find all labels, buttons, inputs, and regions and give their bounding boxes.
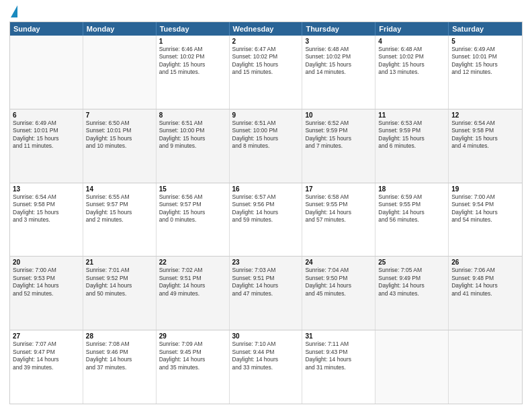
cell-info: Sunrise: 6:56 AM Sunset: 9:57 PM Dayligh… [159,193,226,224]
cell-info: Sunrise: 6:46 AM Sunset: 10:02 PM Daylig… [159,46,226,77]
header [9,7,523,17]
day-number: 9 [232,111,300,119]
calendar-cell: 19Sunrise: 7:00 AM Sunset: 9:54 PM Dayli… [449,183,522,257]
day-number: 22 [159,259,226,266]
day-number: 27 [13,332,80,340]
day-of-week-monday: Monday [83,22,157,36]
cell-info: Sunrise: 7:02 AM Sunset: 9:51 PM Dayligh… [159,267,226,298]
calendar-cell: 15Sunrise: 6:56 AM Sunset: 9:57 PM Dayli… [157,183,230,257]
cell-info: Sunrise: 7:11 AM Sunset: 9:43 PM Dayligh… [305,340,372,371]
day-number: 7 [86,111,153,119]
cell-info: Sunrise: 6:50 AM Sunset: 10:01 PM Daylig… [86,120,153,150]
calendar: SundayMondayTuesdayWednesdayThursdayFrid… [9,21,523,404]
page: SundayMondayTuesdayWednesdayThursdayFrid… [0,0,532,411]
calendar-cell: 25Sunrise: 7:05 AM Sunset: 9:49 PM Dayli… [375,257,449,330]
cell-info: Sunrise: 6:49 AM Sunset: 10:01 PM Daylig… [13,120,80,150]
cell-info: Sunrise: 7:09 AM Sunset: 9:45 PM Dayligh… [159,340,226,371]
day-number: 18 [378,185,445,193]
day-number: 16 [232,185,300,193]
day-number: 12 [451,111,519,119]
cell-info: Sunrise: 7:10 AM Sunset: 9:44 PM Dayligh… [232,340,300,371]
calendar-cell: 4Sunrise: 6:48 AM Sunset: 10:02 PM Dayli… [375,36,449,109]
calendar-cell: 12Sunrise: 6:54 AM Sunset: 9:58 PM Dayli… [449,109,522,183]
day-number: 26 [451,259,519,266]
calendar-cell: 13Sunrise: 6:54 AM Sunset: 9:58 PM Dayli… [10,183,83,257]
day-number: 25 [378,259,445,266]
calendar-cell [10,36,83,109]
day-number: 19 [451,185,519,193]
day-number: 13 [13,185,80,193]
calendar-cell: 11Sunrise: 6:53 AM Sunset: 9:59 PM Dayli… [375,109,449,183]
day-number: 24 [305,259,372,266]
day-number: 6 [13,111,80,119]
calendar-cell: 5Sunrise: 6:49 AM Sunset: 10:01 PM Dayli… [449,36,522,109]
cell-info: Sunrise: 7:01 AM Sunset: 9:52 PM Dayligh… [86,267,153,298]
calendar-cell [83,36,157,109]
cell-info: Sunrise: 6:48 AM Sunset: 10:02 PM Daylig… [305,46,372,77]
calendar-cell: 18Sunrise: 6:59 AM Sunset: 9:55 PM Dayli… [375,183,449,257]
cell-info: Sunrise: 6:54 AM Sunset: 9:58 PM Dayligh… [451,120,519,150]
cell-info: Sunrise: 7:07 AM Sunset: 9:47 PM Dayligh… [13,340,80,371]
calendar-cell: 20Sunrise: 7:00 AM Sunset: 9:53 PM Dayli… [10,257,83,330]
calendar-week-4: 20Sunrise: 7:00 AM Sunset: 9:53 PM Dayli… [10,257,522,330]
day-number: 31 [305,332,372,340]
logo-triangle-icon [11,5,17,17]
day-number: 17 [305,185,372,193]
calendar-cell: 22Sunrise: 7:02 AM Sunset: 9:51 PM Dayli… [157,257,230,330]
day-number: 15 [159,185,226,193]
cell-info: Sunrise: 6:59 AM Sunset: 9:55 PM Dayligh… [378,193,445,224]
calendar-body: 1Sunrise: 6:46 AM Sunset: 10:02 PM Dayli… [10,36,522,404]
cell-info: Sunrise: 6:47 AM Sunset: 10:02 PM Daylig… [232,46,300,77]
calendar-cell: 26Sunrise: 7:06 AM Sunset: 9:48 PM Dayli… [449,257,522,330]
calendar-cell: 3Sunrise: 6:48 AM Sunset: 10:02 PM Dayli… [302,36,375,109]
day-of-week-friday: Friday [375,22,449,36]
calendar-cell: 17Sunrise: 6:58 AM Sunset: 9:55 PM Dayli… [302,183,375,257]
calendar-cell: 28Sunrise: 7:08 AM Sunset: 9:46 PM Dayli… [83,330,157,404]
day-number: 11 [378,111,445,119]
cell-info: Sunrise: 7:06 AM Sunset: 9:48 PM Dayligh… [451,267,519,298]
cell-info: Sunrise: 7:05 AM Sunset: 9:49 PM Dayligh… [378,267,445,298]
calendar-cell: 30Sunrise: 7:10 AM Sunset: 9:44 PM Dayli… [230,330,303,404]
calendar-cell [375,330,449,404]
cell-info: Sunrise: 6:53 AM Sunset: 9:59 PM Dayligh… [378,120,445,150]
calendar-cell: 8Sunrise: 6:51 AM Sunset: 10:00 PM Dayli… [157,109,230,183]
logo [9,7,17,17]
calendar-cell: 7Sunrise: 6:50 AM Sunset: 10:01 PM Dayli… [83,109,157,183]
calendar-cell: 23Sunrise: 7:03 AM Sunset: 9:51 PM Dayli… [230,257,303,330]
cell-info: Sunrise: 6:58 AM Sunset: 9:55 PM Dayligh… [305,193,372,224]
calendar-cell: 21Sunrise: 7:01 AM Sunset: 9:52 PM Dayli… [83,257,157,330]
day-number: 28 [86,332,153,340]
day-number: 14 [86,185,153,193]
calendar-week-1: 1Sunrise: 6:46 AM Sunset: 10:02 PM Dayli… [10,36,522,109]
calendar-cell: 31Sunrise: 7:11 AM Sunset: 9:43 PM Dayli… [302,330,375,404]
day-number: 10 [305,111,372,119]
day-of-week-sunday: Sunday [10,22,83,36]
day-number: 4 [378,38,445,45]
calendar-cell: 27Sunrise: 7:07 AM Sunset: 9:47 PM Dayli… [10,330,83,404]
calendar-cell: 9Sunrise: 6:51 AM Sunset: 10:00 PM Dayli… [230,109,303,183]
calendar-week-5: 27Sunrise: 7:07 AM Sunset: 9:47 PM Dayli… [10,330,522,404]
day-number: 21 [86,259,153,266]
cell-info: Sunrise: 6:48 AM Sunset: 10:02 PM Daylig… [378,46,445,77]
day-number: 23 [232,259,300,266]
cell-info: Sunrise: 6:49 AM Sunset: 10:01 PM Daylig… [451,46,519,77]
day-number: 1 [159,38,226,45]
calendar-cell: 16Sunrise: 6:57 AM Sunset: 9:56 PM Dayli… [230,183,303,257]
calendar-week-2: 6Sunrise: 6:49 AM Sunset: 10:01 PM Dayli… [10,109,522,183]
cell-info: Sunrise: 7:03 AM Sunset: 9:51 PM Dayligh… [232,267,300,298]
cell-info: Sunrise: 6:51 AM Sunset: 10:00 PM Daylig… [232,120,300,150]
calendar-cell: 6Sunrise: 6:49 AM Sunset: 10:01 PM Dayli… [10,109,83,183]
day-number: 20 [13,259,80,266]
day-number: 29 [159,332,226,340]
calendar-cell: 10Sunrise: 6:52 AM Sunset: 9:59 PM Dayli… [302,109,375,183]
cell-info: Sunrise: 7:00 AM Sunset: 9:54 PM Dayligh… [451,193,519,224]
cell-info: Sunrise: 6:52 AM Sunset: 9:59 PM Dayligh… [305,120,372,150]
calendar-cell: 1Sunrise: 6:46 AM Sunset: 10:02 PM Dayli… [157,36,230,109]
calendar-cell: 24Sunrise: 7:04 AM Sunset: 9:50 PM Dayli… [302,257,375,330]
cell-info: Sunrise: 7:08 AM Sunset: 9:46 PM Dayligh… [86,340,153,371]
day-of-week-saturday: Saturday [449,22,522,36]
cell-info: Sunrise: 6:54 AM Sunset: 9:58 PM Dayligh… [13,193,80,224]
day-number: 30 [232,332,300,340]
day-number: 5 [451,38,519,45]
day-of-week-tuesday: Tuesday [157,22,230,36]
